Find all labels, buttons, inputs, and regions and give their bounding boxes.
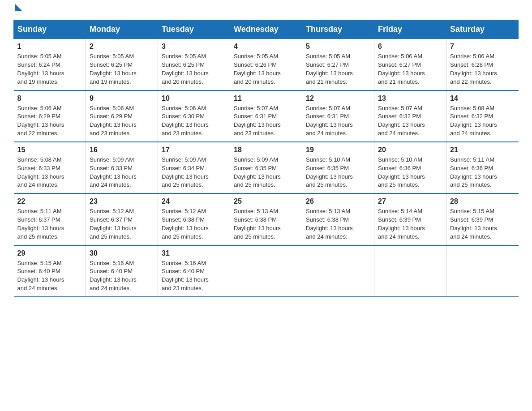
day-number: 16 <box>90 146 154 154</box>
calendar-week-row: 1 Sunrise: 5:05 AM Sunset: 6:24 PM Dayli… <box>14 39 519 90</box>
calendar-cell: 20 Sunrise: 5:10 AM Sunset: 6:36 PM Dayl… <box>374 142 446 193</box>
day-number: 10 <box>162 94 226 103</box>
day-info: Sunrise: 5:09 AM Sunset: 6:33 PM Dayligh… <box>90 156 154 189</box>
calendar-cell: 24 Sunrise: 5:12 AM Sunset: 6:38 PM Dayl… <box>158 193 230 245</box>
day-number: 22 <box>17 197 82 206</box>
day-number: 9 <box>90 94 154 103</box>
calendar-cell: 19 Sunrise: 5:10 AM Sunset: 6:35 PM Dayl… <box>302 142 374 193</box>
page-header <box>13 9 519 11</box>
day-info: Sunrise: 5:05 AM Sunset: 6:25 PM Dayligh… <box>162 52 226 86</box>
calendar-cell <box>302 245 374 297</box>
calendar-cell: 14 Sunrise: 5:08 AM Sunset: 6:32 PM Dayl… <box>446 90 519 142</box>
logo-triangle-icon <box>15 4 22 11</box>
calendar-week-row: 8 Sunrise: 5:06 AM Sunset: 6:29 PM Dayli… <box>14 90 519 142</box>
day-info: Sunrise: 5:12 AM Sunset: 6:38 PM Dayligh… <box>162 207 226 241</box>
header-sunday: Sunday <box>14 20 86 39</box>
calendar-cell: 25 Sunrise: 5:13 AM Sunset: 6:38 PM Dayl… <box>230 193 302 245</box>
calendar-cell: 4 Sunrise: 5:05 AM Sunset: 6:26 PM Dayli… <box>230 39 302 90</box>
day-info: Sunrise: 5:16 AM Sunset: 6:40 PM Dayligh… <box>162 259 226 293</box>
calendar-cell: 26 Sunrise: 5:13 AM Sunset: 6:38 PM Dayl… <box>302 193 374 245</box>
calendar-cell: 8 Sunrise: 5:06 AM Sunset: 6:29 PM Dayli… <box>14 90 86 142</box>
day-number: 15 <box>17 146 82 154</box>
header-friday: Friday <box>374 20 446 39</box>
day-number: 13 <box>378 94 442 103</box>
day-info: Sunrise: 5:06 AM Sunset: 6:27 PM Dayligh… <box>378 52 442 86</box>
calendar-cell: 11 Sunrise: 5:07 AM Sunset: 6:31 PM Dayl… <box>230 90 302 142</box>
day-number: 31 <box>162 249 226 257</box>
header-monday: Monday <box>86 20 158 39</box>
day-number: 1 <box>17 43 82 51</box>
day-info: Sunrise: 5:12 AM Sunset: 6:37 PM Dayligh… <box>90 207 154 241</box>
calendar-cell: 10 Sunrise: 5:06 AM Sunset: 6:30 PM Dayl… <box>158 90 230 142</box>
day-info: Sunrise: 5:15 AM Sunset: 6:39 PM Dayligh… <box>450 207 515 241</box>
day-number: 19 <box>306 146 370 154</box>
day-info: Sunrise: 5:06 AM Sunset: 6:28 PM Dayligh… <box>450 52 515 86</box>
day-number: 26 <box>306 197 370 206</box>
day-info: Sunrise: 5:13 AM Sunset: 6:38 PM Dayligh… <box>306 207 370 241</box>
day-number: 25 <box>234 197 298 206</box>
day-number: 17 <box>162 146 226 154</box>
day-info: Sunrise: 5:07 AM Sunset: 6:32 PM Dayligh… <box>378 104 442 138</box>
calendar-cell: 16 Sunrise: 5:09 AM Sunset: 6:33 PM Dayl… <box>86 142 158 193</box>
logo <box>13 9 22 11</box>
day-info: Sunrise: 5:05 AM Sunset: 6:26 PM Dayligh… <box>234 52 298 86</box>
day-number: 18 <box>234 146 298 154</box>
calendar-cell: 6 Sunrise: 5:06 AM Sunset: 6:27 PM Dayli… <box>374 39 446 90</box>
day-info: Sunrise: 5:10 AM Sunset: 6:35 PM Dayligh… <box>306 156 370 189</box>
calendar-cell: 12 Sunrise: 5:07 AM Sunset: 6:31 PM Dayl… <box>302 90 374 142</box>
day-info: Sunrise: 5:05 AM Sunset: 6:27 PM Dayligh… <box>306 52 370 86</box>
day-number: 28 <box>450 197 515 206</box>
calendar-cell: 15 Sunrise: 5:08 AM Sunset: 6:33 PM Dayl… <box>14 142 86 193</box>
calendar-cell: 9 Sunrise: 5:06 AM Sunset: 6:29 PM Dayli… <box>86 90 158 142</box>
day-info: Sunrise: 5:15 AM Sunset: 6:40 PM Dayligh… <box>17 259 82 293</box>
calendar-week-row: 22 Sunrise: 5:11 AM Sunset: 6:37 PM Dayl… <box>14 193 519 245</box>
calendar-cell <box>374 245 446 297</box>
day-number: 12 <box>306 94 370 103</box>
day-number: 11 <box>234 94 298 103</box>
calendar-week-row: 29 Sunrise: 5:15 AM Sunset: 6:40 PM Dayl… <box>14 245 519 297</box>
day-info: Sunrise: 5:11 AM Sunset: 6:37 PM Dayligh… <box>17 207 82 241</box>
day-number: 24 <box>162 197 226 206</box>
calendar-cell: 31 Sunrise: 5:16 AM Sunset: 6:40 PM Dayl… <box>158 245 230 297</box>
day-info: Sunrise: 5:05 AM Sunset: 6:24 PM Dayligh… <box>17 52 82 86</box>
day-info: Sunrise: 5:08 AM Sunset: 6:33 PM Dayligh… <box>17 156 82 189</box>
day-info: Sunrise: 5:14 AM Sunset: 6:39 PM Dayligh… <box>378 207 442 241</box>
calendar-cell: 23 Sunrise: 5:12 AM Sunset: 6:37 PM Dayl… <box>86 193 158 245</box>
calendar-cell: 2 Sunrise: 5:05 AM Sunset: 6:25 PM Dayli… <box>86 39 158 90</box>
calendar-cell: 7 Sunrise: 5:06 AM Sunset: 6:28 PM Dayli… <box>446 39 519 90</box>
day-info: Sunrise: 5:07 AM Sunset: 6:31 PM Dayligh… <box>306 104 370 138</box>
day-info: Sunrise: 5:08 AM Sunset: 6:32 PM Dayligh… <box>450 104 515 138</box>
header-saturday: Saturday <box>446 20 519 39</box>
day-number: 2 <box>90 43 154 51</box>
day-info: Sunrise: 5:09 AM Sunset: 6:35 PM Dayligh… <box>234 156 298 189</box>
calendar-cell: 29 Sunrise: 5:15 AM Sunset: 6:40 PM Dayl… <box>14 245 86 297</box>
day-number: 6 <box>378 43 442 51</box>
calendar-cell: 30 Sunrise: 5:16 AM Sunset: 6:40 PM Dayl… <box>86 245 158 297</box>
calendar-cell: 28 Sunrise: 5:15 AM Sunset: 6:39 PM Dayl… <box>446 193 519 245</box>
calendar-table: SundayMondayTuesdayWednesdayThursdayFrid… <box>13 20 519 297</box>
day-info: Sunrise: 5:05 AM Sunset: 6:25 PM Dayligh… <box>90 52 154 86</box>
header-thursday: Thursday <box>302 20 374 39</box>
day-info: Sunrise: 5:06 AM Sunset: 6:30 PM Dayligh… <box>162 104 226 138</box>
day-number: 3 <box>162 43 226 51</box>
calendar-cell: 21 Sunrise: 5:11 AM Sunset: 6:36 PM Dayl… <box>446 142 519 193</box>
calendar-cell <box>446 245 519 297</box>
day-info: Sunrise: 5:09 AM Sunset: 6:34 PM Dayligh… <box>162 156 226 189</box>
day-info: Sunrise: 5:06 AM Sunset: 6:29 PM Dayligh… <box>17 104 82 138</box>
day-number: 29 <box>17 249 82 257</box>
calendar-cell: 27 Sunrise: 5:14 AM Sunset: 6:39 PM Dayl… <box>374 193 446 245</box>
header-tuesday: Tuesday <box>158 20 230 39</box>
calendar-week-row: 15 Sunrise: 5:08 AM Sunset: 6:33 PM Dayl… <box>14 142 519 193</box>
calendar-cell: 13 Sunrise: 5:07 AM Sunset: 6:32 PM Dayl… <box>374 90 446 142</box>
calendar-cell <box>230 245 302 297</box>
calendar-cell: 17 Sunrise: 5:09 AM Sunset: 6:34 PM Dayl… <box>158 142 230 193</box>
calendar-header-row: SundayMondayTuesdayWednesdayThursdayFrid… <box>14 20 519 39</box>
day-info: Sunrise: 5:13 AM Sunset: 6:38 PM Dayligh… <box>234 207 298 241</box>
day-info: Sunrise: 5:10 AM Sunset: 6:36 PM Dayligh… <box>378 156 442 189</box>
day-info: Sunrise: 5:16 AM Sunset: 6:40 PM Dayligh… <box>90 259 154 293</box>
calendar-cell: 18 Sunrise: 5:09 AM Sunset: 6:35 PM Dayl… <box>230 142 302 193</box>
day-number: 21 <box>450 146 515 154</box>
day-number: 30 <box>90 249 154 257</box>
day-number: 4 <box>234 43 298 51</box>
day-info: Sunrise: 5:11 AM Sunset: 6:36 PM Dayligh… <box>450 156 515 189</box>
